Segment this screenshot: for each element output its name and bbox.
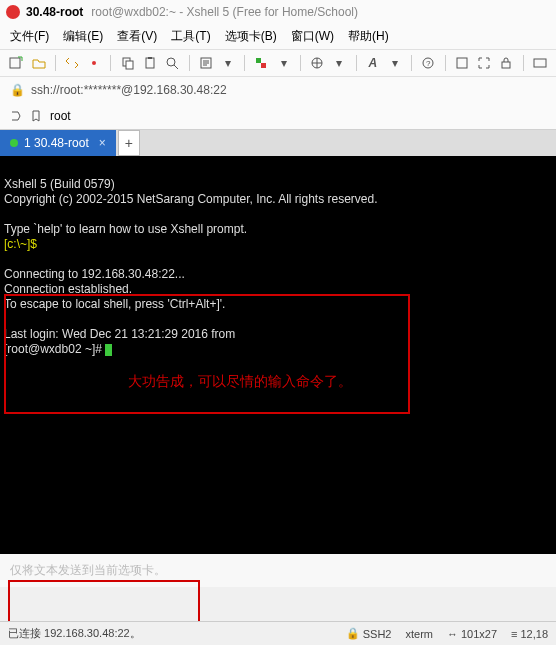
menu-tabs[interactable]: 选项卡(B) — [225, 28, 277, 45]
search-icon[interactable] — [164, 54, 180, 72]
term-prompt: [c:\~]$ — [4, 237, 37, 251]
transfer-icon[interactable]: ▾ — [220, 54, 236, 72]
menu-window[interactable]: 窗口(W) — [291, 28, 334, 45]
font-icon[interactable]: A — [365, 54, 381, 72]
menubar: 文件(F) 编辑(E) 查看(V) 工具(T) 选项卡(B) 窗口(W) 帮助(… — [0, 24, 556, 49]
tab-label: 1 30.48-root — [24, 136, 89, 150]
separator — [300, 55, 301, 71]
svg-point-1 — [92, 61, 96, 65]
new-session-icon[interactable] — [8, 54, 24, 72]
status-connection: 已连接 192.168.30.48:22。 — [8, 626, 332, 641]
menu-help[interactable]: 帮助(H) — [348, 28, 389, 45]
svg-rect-5 — [148, 57, 152, 59]
term-line: Type `help' to learn how to use Xshell p… — [4, 222, 247, 236]
tag-bar: root — [0, 103, 556, 130]
address-bar: 🔒 ssh://root:********@192.168.30.48:22 — [0, 77, 556, 103]
paste-icon[interactable] — [142, 54, 158, 72]
sessions-icon[interactable] — [532, 54, 548, 72]
annotation-box — [4, 294, 410, 414]
address-text[interactable]: ssh://root:********@192.168.30.48:22 — [31, 83, 227, 97]
color-icon[interactable] — [253, 54, 269, 72]
annotation-text: 大功告成，可以尽情的输入命令了。 — [128, 374, 352, 389]
add-tab-button[interactable]: + — [118, 130, 140, 156]
close-icon[interactable]: × — [99, 136, 106, 150]
svg-rect-9 — [261, 63, 266, 68]
status-termtype: xterm — [405, 628, 433, 640]
term-line: Copyright (c) 2002-2015 NetSarang Comput… — [4, 192, 378, 206]
lock-icon[interactable] — [498, 54, 514, 72]
separator — [523, 55, 524, 71]
svg-point-6 — [167, 58, 175, 66]
font-drop-icon[interactable]: ▾ — [387, 54, 403, 72]
app-icon — [6, 5, 20, 19]
term-line: Connecting to 192.168.30.48:22... — [4, 267, 185, 281]
lock-small-icon: 🔒 — [10, 83, 25, 97]
open-icon[interactable] — [30, 54, 46, 72]
separator — [189, 55, 190, 71]
svg-rect-3 — [126, 61, 133, 69]
status-protocol: 🔒 SSH2 — [346, 627, 392, 640]
titlebar: 30.48-root root@wxdb02:~ - Xshell 5 (Fre… — [0, 0, 556, 24]
tag-label[interactable]: root — [50, 109, 71, 123]
status-bar: 已连接 192.168.30.48:22。 🔒 SSH2 xterm ↔ 101… — [0, 621, 556, 645]
svg-rect-13 — [457, 58, 467, 68]
menu-file[interactable]: 文件(F) — [10, 28, 49, 45]
separator — [445, 55, 446, 71]
svg-text:?: ? — [426, 59, 431, 68]
svg-rect-14 — [502, 62, 510, 68]
color-drop-icon[interactable]: ▾ — [276, 54, 292, 72]
window-title: 30.48-root — [26, 5, 83, 19]
tab-bar: 1 30.48-root × + — [0, 130, 556, 156]
separator — [244, 55, 245, 71]
status-position: ≡ 12,18 — [511, 628, 548, 640]
separator — [356, 55, 357, 71]
menu-view[interactable]: 查看(V) — [117, 28, 157, 45]
fullscreen-icon[interactable] — [476, 54, 492, 72]
reconnect-icon[interactable] — [64, 54, 80, 72]
status-dot-icon — [10, 139, 18, 147]
svg-rect-15 — [534, 59, 546, 67]
bookmark-icon[interactable] — [30, 110, 42, 122]
copy-icon[interactable] — [119, 54, 135, 72]
toolbar: ▾ ▾ ▾ A ▾ ? — [0, 49, 556, 77]
script-icon[interactable] — [454, 54, 470, 72]
separator — [55, 55, 56, 71]
term-line: Xshell 5 (Build 0579) — [4, 177, 115, 191]
globe-drop-icon[interactable]: ▾ — [331, 54, 347, 72]
menu-tools[interactable]: 工具(T) — [171, 28, 210, 45]
properties-icon[interactable] — [197, 54, 213, 72]
terminal[interactable]: Xshell 5 (Build 0579) Copyright (c) 2002… — [0, 156, 556, 554]
menu-edit[interactable]: 编辑(E) — [63, 28, 103, 45]
window-subtitle: root@wxdb02:~ - Xshell 5 (Free for Home/… — [91, 5, 358, 19]
tab-active[interactable]: 1 30.48-root × — [0, 130, 116, 156]
svg-rect-8 — [256, 58, 261, 63]
separator — [411, 55, 412, 71]
help-icon[interactable]: ? — [420, 54, 436, 72]
globe-icon[interactable] — [309, 54, 325, 72]
separator — [110, 55, 111, 71]
status-size: ↔ 101x27 — [447, 628, 497, 640]
disconnect-icon[interactable] — [86, 54, 102, 72]
svg-rect-4 — [146, 58, 154, 68]
svg-rect-0 — [10, 58, 20, 68]
arrow-right-icon[interactable] — [10, 110, 22, 122]
